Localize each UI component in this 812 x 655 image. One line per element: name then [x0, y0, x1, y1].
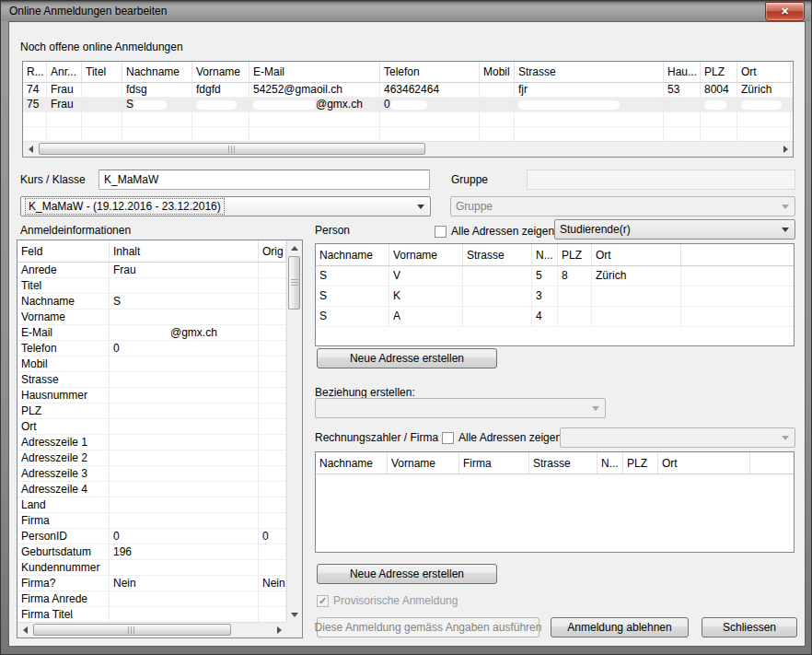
column-header[interactable]: Strasse	[515, 62, 664, 82]
column-header[interactable]: Hau...	[664, 62, 701, 82]
reject-registration-button[interactable]: Anmeldung ablehnen	[551, 617, 689, 637]
person-address-table[interactable]: NachnameVornameStrasseN...PLZOrtSV58Züri…	[315, 243, 795, 346]
column-header[interactable]: Orig	[259, 240, 286, 262]
relationship-dropdown	[315, 398, 606, 418]
billing-new-address-button[interactable]: Neue Adresse erstellen	[317, 564, 497, 584]
column-header[interactable]: N...	[532, 244, 558, 265]
person-type-dropdown[interactable]: Studierende(r)	[554, 219, 795, 240]
vertical-scrollbar[interactable]	[286, 240, 302, 622]
table-row[interactable]: Titel	[17, 278, 286, 294]
table-row[interactable]: 75FrauS@gmx.ch0	[23, 98, 793, 112]
table-row[interactable]: Geburtsdatum196	[17, 544, 286, 560]
table-row[interactable]: Mobil	[17, 357, 286, 372]
scrollbar-thumb[interactable]	[288, 256, 300, 310]
column-header[interactable]: Strasse	[529, 452, 597, 474]
course-input[interactable]: K_MaMaW	[99, 170, 430, 190]
column-header[interactable]: N...	[597, 452, 623, 474]
column-header[interactable]: Ort	[737, 62, 791, 82]
column-header[interactable]: Vorname	[192, 62, 249, 82]
table-row[interactable]: Firma?NeinNein	[17, 576, 286, 591]
table-row[interactable]: Vorname	[17, 310, 286, 325]
table-row[interactable]: PersonID00	[17, 529, 286, 544]
table-cell	[515, 98, 664, 111]
table-cell: S	[110, 294, 259, 309]
provisional-registration-checkbox: ✓ Provisorische Anmeldung	[317, 594, 458, 607]
table-row[interactable]: 74Fraufdsgfdgfd54252@gmaoil.ch463462464f…	[23, 83, 793, 98]
scroll-right-button[interactable]	[272, 623, 286, 637]
scroll-left-button[interactable]	[23, 142, 38, 157]
checkbox-box[interactable]	[442, 432, 454, 444]
column-header[interactable]: Ort	[658, 452, 750, 474]
column-header[interactable]: PLZ	[558, 244, 592, 265]
table-row[interactable]: Kundennummer	[17, 560, 286, 576]
redacted-text	[327, 312, 356, 322]
table-row[interactable]: Telefon0	[17, 341, 286, 357]
person-show-all-checkbox[interactable]: Alle Adressen zeigen	[435, 225, 554, 238]
billing-show-all-checkbox[interactable]: Alle Adressen zeigen	[442, 431, 562, 444]
person-new-address-button[interactable]: Neue Adresse erstellen	[317, 348, 497, 368]
column-header[interactable]: Anr...	[47, 62, 82, 82]
checkbox-box[interactable]	[435, 226, 447, 238]
scroll-down-button[interactable]	[287, 607, 302, 622]
table-row[interactable]: Firma Titel	[17, 607, 286, 622]
horizontal-scrollbar[interactable]	[23, 141, 793, 157]
course-session-dropdown[interactable]: K_MaMaW - (19.12.2016 - 23.12.2016)	[20, 196, 431, 216]
table-row[interactable]: Adresszeile 2	[17, 450, 286, 466]
registration-info-table[interactable]: FeldInhaltOrigAnredeFrauTitelNachnameSVo…	[17, 240, 303, 638]
column-header[interactable]: Ort	[592, 244, 681, 265]
column-header[interactable]: Feld	[17, 240, 110, 262]
table-row[interactable]: Ort	[17, 419, 286, 435]
scroll-left-button[interactable]	[17, 623, 32, 637]
table-cell	[592, 307, 681, 326]
column-header[interactable]: Titel	[82, 62, 122, 82]
horizontal-scrollbar[interactable]	[17, 622, 286, 637]
table-row[interactable]: SA4	[316, 307, 794, 327]
scrollbar-track[interactable]	[32, 623, 272, 637]
table-cell: Frau	[110, 263, 259, 277]
scrollbar-track[interactable]	[38, 142, 778, 157]
table-row[interactable]: Adresszeile 3	[17, 466, 286, 482]
table-row[interactable]: Firma	[17, 513, 286, 529]
table-row[interactable]: Adresszeile 1	[17, 435, 286, 450]
column-header[interactable]: Nachname	[316, 244, 389, 265]
table-row[interactable]: Land	[17, 497, 286, 513]
table-cell: S	[316, 287, 389, 306]
column-header[interactable]: Firma	[459, 452, 529, 474]
scroll-up-button[interactable]	[287, 240, 302, 255]
column-header[interactable]: Strasse	[463, 244, 532, 265]
column-header[interactable]: PLZ	[623, 452, 658, 474]
table-row[interactable]: SK3	[316, 287, 794, 307]
table-row[interactable]: PLZ	[17, 404, 286, 419]
scrollbar-track[interactable]	[287, 255, 302, 607]
column-header[interactable]: Telefon	[380, 62, 480, 82]
table-row[interactable]: SV58Zürich	[316, 266, 794, 287]
column-header[interactable]: PLZ	[701, 62, 737, 82]
table-row[interactable]: E-Mail@gmx.ch	[17, 325, 286, 341]
open-registrations-table[interactable]: R...Anr...TitelNachnameVornameE-MailTele…	[22, 61, 794, 158]
column-header[interactable]: R...	[23, 62, 47, 82]
table-row[interactable]: NachnameS	[17, 294, 286, 310]
table-row[interactable]: Hausnummer	[17, 388, 286, 404]
table-row[interactable]: Strasse	[17, 372, 286, 388]
table-cell: Adresszeile 3	[17, 466, 110, 481]
scrollbar-thumb[interactable]	[33, 624, 231, 636]
titlebar[interactable]: Online Anmeldungen bearbeiten ✕	[1, 1, 811, 21]
dialog-client-area: Noch offene online Anmeldungen R...Anr..…	[8, 21, 806, 647]
table-row[interactable]: AnredeFrau	[17, 263, 286, 278]
column-header[interactable]: Nachname	[122, 62, 192, 82]
column-header[interactable]: Vorname	[388, 452, 459, 474]
column-header[interactable]: Mobil	[480, 62, 515, 82]
column-header[interactable]: Vorname	[389, 244, 463, 265]
close-button[interactable]: ✕	[765, 2, 805, 21]
billing-address-table[interactable]: NachnameVornameFirmaStrasseN...PLZOrt	[315, 451, 795, 553]
scrollbar-thumb[interactable]	[39, 143, 425, 155]
column-header[interactable]: Inhalt	[110, 240, 259, 262]
column-header[interactable]: E-Mail	[249, 62, 380, 82]
column-header[interactable]: Nachname	[316, 452, 388, 474]
table-body: 74Fraufdsgfdgfd54252@gmaoil.ch463462464f…	[23, 83, 793, 141]
table-row[interactable]: Firma Anrede	[17, 591, 286, 607]
table-row[interactable]: Adresszeile 4	[17, 482, 286, 497]
table-header: NachnameVornameFirmaStrasseN...PLZOrt	[316, 452, 794, 474]
scroll-right-button[interactable]	[778, 142, 793, 157]
close-dialog-button[interactable]: Schliessen	[702, 617, 797, 637]
